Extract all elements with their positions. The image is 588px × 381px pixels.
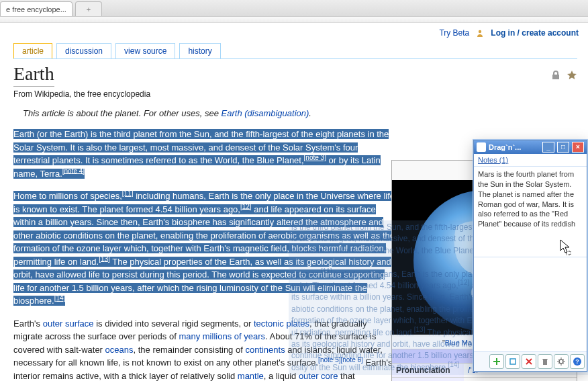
trash-button[interactable]	[538, 354, 552, 369]
ref-note6[interactable]: [note 6]	[340, 356, 362, 364]
page-tabs: article discussion view source history	[13, 43, 221, 58]
window-title: Drag`n`...	[489, 143, 540, 151]
browser-toolbar	[0, 17, 588, 23]
user-links: Try Beta Log in / create account	[439, 28, 579, 38]
link-outer-surface[interactable]: outer surface	[43, 319, 94, 329]
ref-11[interactable]: [11]	[122, 189, 134, 197]
app-icon	[477, 142, 486, 152]
page: Try Beta Log in / create account article…	[0, 23, 588, 381]
new-tab-button[interactable]: +	[75, 1, 102, 16]
login-link[interactable]: Log in / create account	[491, 28, 579, 38]
ref-note5[interactable]: [note 5]	[318, 356, 340, 364]
try-beta-link[interactable]: Try Beta	[439, 28, 469, 38]
person-icon	[476, 29, 484, 37]
notes-toolbar: ?	[474, 351, 587, 371]
ref-note4[interactable]: [note 4]	[62, 167, 85, 174]
close-button[interactable]: ×	[572, 142, 584, 153]
ref-note3[interactable]: [note 3]	[304, 154, 326, 161]
page-title: Earth	[13, 63, 54, 87]
svg-rect-3	[510, 359, 516, 364]
intro-para-3: Earth's outer surface is divided into se…	[13, 317, 396, 382]
minimize-button[interactable]: _	[542, 142, 554, 153]
lock-icon	[550, 70, 561, 81]
tab-article[interactable]: article	[13, 43, 52, 58]
copy-button[interactable]	[505, 354, 520, 369]
tab-discussion[interactable]: discussion	[56, 43, 111, 58]
link-many-millions[interactable]: many millions of years	[179, 331, 265, 341]
link-oceans[interactable]: oceans	[105, 345, 134, 355]
browser-tab[interactable]: e free encyclope...	[0, 1, 72, 16]
intro-para-2: Home to millions of species,[11] includi…	[13, 189, 396, 308]
disambig-link[interactable]: Earth (disambiguation)	[222, 108, 309, 118]
notes-section-link[interactable]: Notes (1)	[474, 154, 587, 167]
link-continents[interactable]: continents	[245, 345, 285, 355]
tagline: From Wikipedia, the free encyclopedia	[13, 89, 577, 99]
hatnote: This article is about the planet. For ot…	[13, 108, 577, 118]
notes-window[interactable]: Drag`n`... _ □ × Notes (1) Mars is the f…	[473, 140, 587, 372]
add-note-button[interactable]	[489, 354, 504, 369]
delete-button[interactable]	[522, 354, 536, 369]
svg-text:?: ?	[575, 358, 579, 365]
star-icon[interactable]	[567, 70, 577, 81]
settings-button[interactable]	[554, 354, 569, 369]
svg-point-4	[559, 359, 563, 364]
tab-view-source[interactable]: view source	[115, 43, 175, 58]
infobox-row-adjective: Adjectiveearth	[392, 377, 577, 381]
link-outer-core[interactable]: outer core	[299, 371, 338, 381]
window-titlebar[interactable]: Drag`n`... _ □ ×	[474, 140, 587, 154]
ref-14[interactable]: [14]	[54, 294, 66, 302]
intro-para-1: Earth (or the Earth) is the third planet…	[13, 128, 396, 180]
browser-tab-strip: e free encyclope... +	[0, 0, 588, 17]
svg-point-0	[479, 30, 481, 33]
drop-area[interactable]	[474, 257, 587, 351]
ref-13[interactable]: [13]	[99, 255, 110, 262]
maximize-button[interactable]: □	[557, 142, 569, 153]
tab-history[interactable]: history	[179, 43, 220, 58]
help-button[interactable]: ?	[570, 354, 585, 369]
ref-12[interactable]: [12]	[240, 202, 252, 210]
link-mantle[interactable]: mantle	[238, 371, 264, 381]
note-text: Mars is the fourth planet from the Sun i…	[474, 167, 587, 257]
link-tectonic-plates[interactable]: tectonic plates	[254, 319, 309, 329]
